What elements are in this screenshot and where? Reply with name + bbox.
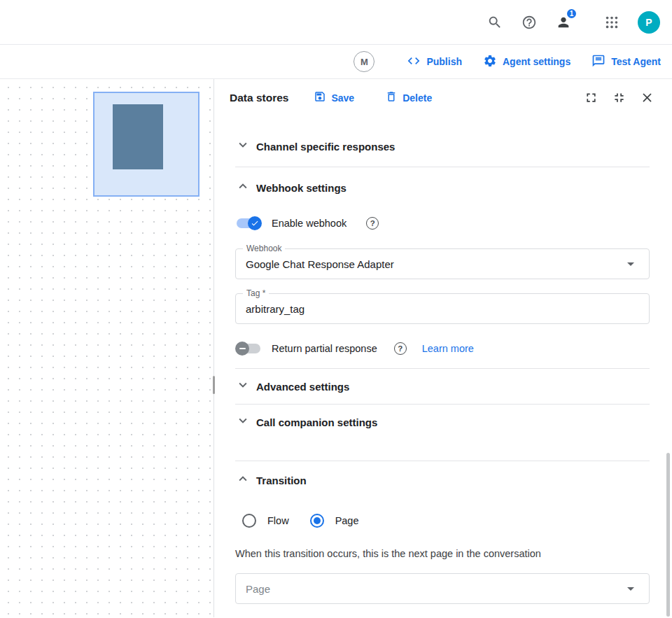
section-label: Advanced settings — [256, 381, 349, 393]
trash-icon — [385, 90, 398, 105]
save-button[interactable]: Save — [314, 90, 354, 105]
learn-more-link[interactable]: Learn more — [422, 343, 474, 354]
chevron-down-icon — [235, 137, 251, 155]
section-label: Transition — [256, 475, 307, 486]
search-icon[interactable] — [486, 14, 503, 31]
help-icon[interactable] — [521, 14, 538, 31]
section-call-companion[interactable]: Call companion settings — [235, 405, 650, 440]
delete-label: Delete — [402, 92, 432, 104]
section-transition[interactable]: Transition — [235, 461, 650, 499]
panel-scrollbar[interactable] — [666, 453, 670, 617]
page-radio-label: Page — [335, 515, 359, 526]
tag-input[interactable]: Tag * arbitrary_tag — [235, 293, 650, 324]
chat-icon — [592, 54, 606, 70]
gear-icon — [483, 54, 497, 70]
dropdown-arrow-icon — [622, 255, 639, 272]
dropdown-arrow-icon — [622, 580, 639, 597]
dash-icon — [235, 342, 249, 356]
apps-grid-icon[interactable] — [603, 14, 620, 31]
publish-button[interactable]: Publish — [407, 54, 462, 70]
chevron-up-icon — [235, 471, 251, 489]
code-icon — [407, 54, 421, 70]
transition-description: When this transition occurs, this is the… — [235, 548, 650, 559]
help-icon[interactable]: ? — [394, 342, 407, 355]
partial-response-label: Return partial response — [272, 343, 377, 354]
page-select-placeholder: Page — [246, 583, 270, 595]
section-channel-responses[interactable]: Channel specific responses — [235, 126, 650, 167]
radio-unselected-icon — [242, 514, 256, 528]
flow-canvas[interactable] — [0, 79, 214, 617]
section-advanced-settings[interactable]: Advanced settings — [235, 369, 650, 404]
save-icon — [314, 90, 326, 105]
enable-webhook-toggle[interactable] — [235, 216, 262, 230]
test-agent-button[interactable]: Test Agent — [592, 54, 661, 70]
panel-title: Data stores — [230, 92, 288, 104]
section-label: Webhook settings — [256, 182, 346, 194]
flow-radio-option[interactable]: Flow — [242, 514, 289, 528]
fullscreen-icon[interactable] — [582, 90, 599, 106]
partial-response-row: Return partial response ? Learn more — [235, 335, 650, 363]
panel-header-icons — [582, 90, 655, 106]
partial-response-toggle[interactable] — [235, 342, 262, 356]
canvas-scrollbar[interactable] — [213, 376, 215, 394]
chevron-up-icon — [235, 178, 251, 197]
publish-label: Publish — [426, 56, 462, 67]
help-icon[interactable]: ? — [366, 217, 379, 230]
user-avatar[interactable]: P — [638, 11, 660, 34]
agent-avatar[interactable]: M — [354, 51, 374, 72]
notification-badge: 1 — [566, 8, 578, 20]
notifications-person-icon[interactable]: 1 — [555, 14, 572, 31]
panel-body: Channel specific responses Webhook setti… — [214, 116, 672, 617]
webhook-select-value: Google Chat Response Adapter — [246, 258, 394, 270]
delete-button[interactable]: Delete — [385, 90, 432, 105]
page-select[interactable]: Page — [235, 573, 650, 604]
main-area: Data stores Save Delete — [0, 79, 672, 617]
save-label: Save — [331, 92, 354, 104]
tag-input-value: arbitrary_tag — [246, 303, 304, 315]
panel-header: Data stores Save Delete — [214, 79, 672, 116]
exit-fullscreen-icon[interactable] — [610, 90, 627, 106]
check-icon — [248, 216, 262, 230]
section-label: Call companion settings — [256, 416, 377, 428]
agent-settings-button[interactable]: Agent settings — [483, 54, 570, 70]
test-agent-label: Test Agent — [611, 56, 661, 67]
transition-target-radios: Flow Page — [235, 510, 650, 531]
chevron-down-icon — [235, 413, 251, 431]
section-webhook-settings[interactable]: Webhook settings — [235, 167, 650, 208]
webhook-select-label: Webhook — [243, 244, 285, 253]
flow-node-preview — [113, 104, 163, 169]
agent-settings-label: Agent settings — [503, 56, 570, 67]
agent-toolbar: M Publish Agent settings Test Agent — [0, 45, 672, 79]
section-label: Channel specific responses — [256, 141, 395, 153]
chevron-down-icon — [235, 377, 251, 395]
topbar: 1 P — [0, 0, 672, 45]
close-icon[interactable] — [638, 90, 655, 106]
data-stores-panel: Data stores Save Delete — [214, 79, 672, 617]
flow-radio-label: Flow — [267, 515, 289, 526]
flow-node-card[interactable] — [93, 92, 200, 197]
page-radio-option[interactable]: Page — [310, 514, 359, 528]
enable-webhook-row: Enable webhook ? — [235, 209, 650, 237]
tag-input-label: Tag * — [243, 288, 269, 298]
enable-webhook-label: Enable webhook — [272, 218, 346, 229]
radio-selected-icon — [310, 514, 324, 528]
webhook-select[interactable]: Webhook Google Chat Response Adapter — [235, 248, 650, 279]
